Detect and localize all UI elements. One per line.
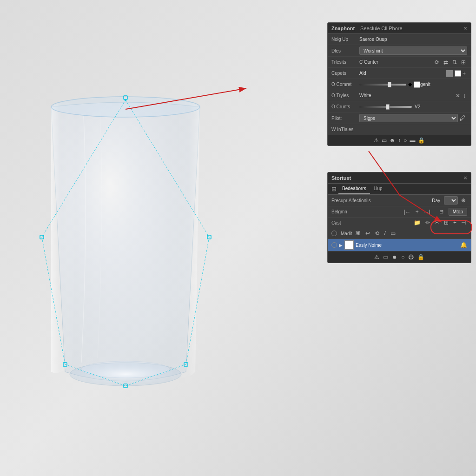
tab-icon-btn[interactable]: ⊞ <box>330 184 338 194</box>
bp-icon-circle[interactable]: ○ <box>401 254 404 260</box>
comret-value: genit <box>420 82 467 87</box>
noig-up-label: Noig Up <box>331 37 359 42</box>
cast-icon1[interactable]: 📁 <box>412 219 422 226</box>
crunts-row: O Crunts V2 <box>328 101 471 112</box>
tryles-icon2[interactable]: ↕ <box>462 92 467 99</box>
tab-liup[interactable]: Liup <box>370 184 386 194</box>
bottom-panel-close-button[interactable]: × <box>463 174 467 181</box>
trlesits-icon1[interactable]: ⟳ <box>433 59 441 66</box>
cupets-value: Ald <box>359 71 446 76</box>
madit-icon4[interactable]: / <box>383 230 387 237</box>
pilot-icon-btn[interactable]: 🖊 <box>458 114 467 122</box>
tp-icon-circle[interactable]: ○ <box>403 137 407 144</box>
madit-icon2[interactable]: ↩ <box>364 230 371 237</box>
trlesits-label: Trlesits <box>331 60 359 65</box>
dles-label: Dles <box>331 48 359 53</box>
madit-row: Madit ⌘ ↩ ⟲ / ▭ <box>328 228 471 239</box>
trlesits-icon3[interactable]: ⇅ <box>451 59 458 66</box>
pilot-row: Pilot: Sigps 🖊 <box>328 112 471 124</box>
top-panel-title: Znaphont <box>331 26 355 31</box>
layer-name: Easly Noime <box>356 243 458 248</box>
madit-icon3[interactable]: ⟲ <box>373 230 381 237</box>
pilot-dropdown[interactable]: Sigps <box>359 114 458 122</box>
layer-visibility-circle <box>331 242 337 248</box>
frecupr-icon[interactable]: ⊕ <box>460 197 467 204</box>
belgmn-icon1[interactable]: |← <box>403 208 412 216</box>
cast-icon3[interactable]: ✂ <box>433 219 441 226</box>
top-panel: Znaphont Seeclule Cll Phore × Noig Up Sa… <box>327 22 471 146</box>
tp-icon-minus[interactable]: ▬ <box>410 137 415 144</box>
tp-icon-warning[interactable]: ⚠ <box>374 137 379 144</box>
cast-icon4[interactable]: ⊞ <box>443 219 450 226</box>
day-label: Day <box>432 198 440 203</box>
trlesits-value: C Ounter <box>359 60 431 65</box>
bp-icon-warning[interactable]: ⚠ <box>374 254 379 260</box>
belgmn-icon2[interactable]: + <box>414 208 420 216</box>
cupets-add-btn[interactable]: + <box>461 70 467 77</box>
comret-row: O Comret ◆ genit <box>328 79 471 90</box>
cast-icon2[interactable]: ✏ <box>424 219 431 226</box>
intlales-label: W InTlales <box>331 127 359 132</box>
top-panel-bottom-icons: ⚠ ▭ ☻ ↕ ○ ▬ 🔒 <box>328 135 471 145</box>
cupets-row: Cupets Ald + <box>328 68 471 79</box>
comret-label: O Comret <box>331 82 359 87</box>
crunts-label: O Crunts <box>331 104 359 109</box>
cast-row: Cast 📁 ✏ ✂ ⊞ + ⊣ <box>328 218 471 228</box>
tryles-row: O Tryles White ✕ ↕ <box>328 90 471 101</box>
madit-circle <box>331 231 337 236</box>
glass-illustration <box>28 93 223 409</box>
bp-icon-smiley[interactable]: ☻ <box>392 254 398 260</box>
madit-icon5[interactable]: ▭ <box>389 230 397 237</box>
svg-point-2 <box>81 361 170 378</box>
top-panel-subtitle: Seeclule Cll Phore <box>360 26 403 31</box>
intlales-row: W InTlales <box>328 124 471 135</box>
tp-icon-updown[interactable]: ↕ <box>398 137 401 144</box>
belgmn-label: Belgmn <box>331 209 401 214</box>
bottom-panel-tabs: ⊞ Bedeaborrs Liup <box>328 184 471 195</box>
top-panel-close-button[interactable]: × <box>463 25 467 32</box>
dles-row: Dles Worshiint <box>328 45 471 57</box>
trlesits-icon4[interactable]: ⊞ <box>460 59 467 66</box>
belgmn-row: Belgmn |← + →| ⊟ Mtop <box>328 206 471 218</box>
tp-icon-lock[interactable]: 🔒 <box>418 137 425 144</box>
noig-up-row: Noig Up Saeroe Ouup <box>328 34 471 45</box>
grid-icon: ⊟ <box>439 209 443 215</box>
madit-label: Madit <box>341 231 352 236</box>
layer-bell-icon[interactable]: 🔔 <box>460 242 467 248</box>
bottom-panel: Stortust × ⊞ Bedeaborrs Liup Frecupr Alf… <box>327 172 471 263</box>
crunts-value: V2 <box>415 104 467 109</box>
trlesits-row: Trlesits C Ounter ⟳ ⇄ ⇅ ⊞ <box>328 57 471 68</box>
bottom-panel-bottom-icons: ⚠ ▭ ☻ ○ ⏻ 🔒 <box>328 251 471 263</box>
trlesits-icon2[interactable]: ⇄ <box>442 59 450 66</box>
cast-icon6[interactable]: ⊣ <box>460 219 467 226</box>
tryles-dropdown-val: White <box>359 93 454 98</box>
svg-rect-15 <box>125 99 126 101</box>
tp-icon-rect[interactable]: ▭ <box>382 137 387 144</box>
layer-expand-icon[interactable]: ▶ <box>339 243 343 248</box>
tp-icon-smiley[interactable]: ☻ <box>390 137 396 144</box>
tab-bedeaborrs[interactable]: Bedeaborrs <box>338 184 370 194</box>
bottom-panel-title: Stortust <box>331 175 351 181</box>
madit-icon1[interactable]: ⌘ <box>354 230 362 237</box>
cast-icon5[interactable]: + <box>452 219 458 226</box>
cupets-label: Cupets <box>331 71 359 76</box>
tryles-icon1[interactable]: ✕ <box>454 92 462 99</box>
frecupr-label: Frecupr Alfectionils <box>331 198 430 203</box>
bp-icon-power[interactable]: ⏻ <box>408 254 414 260</box>
belgmn-icon3[interactable]: →| <box>422 208 432 216</box>
bottom-panel-titlebar: Stortust × <box>328 172 471 184</box>
top-panel-titlebar: Znaphont Seeclule Cll Phore × <box>328 23 471 34</box>
cast-label: Cast <box>331 220 410 225</box>
noig-up-value: Saeroe Ouup <box>359 37 467 42</box>
tryles-label: O Tryles <box>331 93 359 98</box>
layer-thumbnail <box>344 240 354 250</box>
pilot-label: Pilot: <box>331 116 359 121</box>
dles-dropdown[interactable]: Worshiint <box>359 46 467 55</box>
layer-item[interactable]: ▶ Easly Noime 🔔 <box>328 239 471 251</box>
day-dropdown[interactable]: 0 <box>444 196 458 205</box>
frecupr-row: Frecupr Alfectionils Day 0 ⊕ <box>328 195 471 206</box>
bp-icon-lock[interactable]: 🔒 <box>417 254 424 260</box>
mtop-badge: Mtop <box>449 208 467 216</box>
bp-icon-rect[interactable]: ▭ <box>383 254 388 260</box>
